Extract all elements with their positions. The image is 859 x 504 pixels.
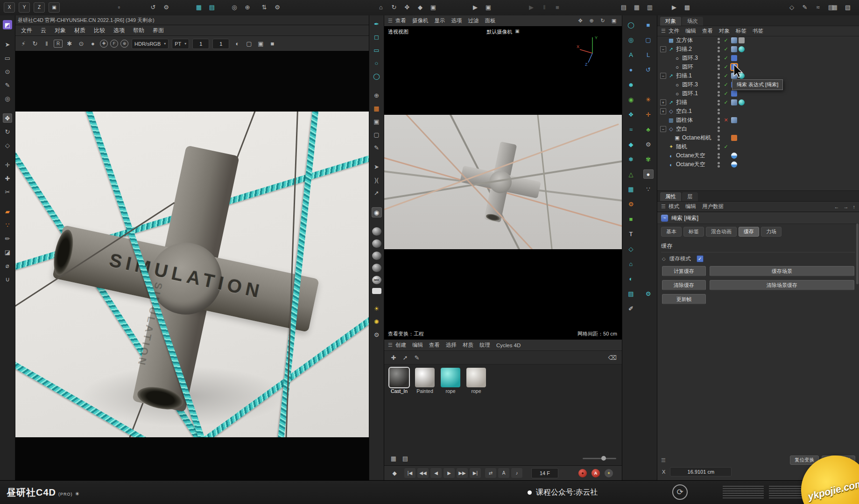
card-material-icon[interactable] [372, 288, 381, 294]
send-scene-icon[interactable]: ⚡ [19, 39, 28, 49]
material-thumbnail[interactable] [415, 368, 435, 387]
forward-arrow-icon[interactable]: → [844, 204, 849, 210]
rotate-tool-icon[interactable]: ↻ [3, 127, 12, 136]
object-name[interactable]: 圆环.3 [682, 81, 698, 89]
enable-toggle[interactable]: ✓ [722, 82, 730, 88]
phong-tag-icon[interactable] [731, 37, 737, 43]
object-row-圆柱体[interactable]: ▥圆柱体✕ [657, 116, 859, 125]
undo-icon[interactable]: ↺ [148, 2, 158, 12]
menu-编辑[interactable]: 编辑 [412, 342, 423, 349]
menu-纹理[interactable]: 纹理 [479, 342, 490, 349]
up-arrow-icon[interactable]: ↑ [853, 204, 856, 210]
quantize-icon[interactable]: ▤ [207, 2, 217, 12]
scale-tool-icon[interactable]: ◇ [3, 140, 12, 150]
tab-场次[interactable]: 场次 [682, 17, 703, 26]
freeze-icon[interactable]: ▣ [372, 117, 381, 126]
autokey-record-icon[interactable]: A [591, 469, 600, 477]
enable-toggle[interactable]: ✕ [722, 117, 730, 123]
blue-tag-icon[interactable] [731, 91, 737, 97]
settings-gear-icon[interactable]: ⚙ [162, 2, 171, 12]
sound-icon[interactable]: ♪ [511, 468, 522, 478]
import-material-icon[interactable]: ➚ [401, 353, 410, 362]
material-preview-icon[interactable]: ◐ [232, 39, 242, 49]
menu-过滤[interactable]: 过滤 [468, 17, 479, 24]
menu-查看[interactable]: 查看 [429, 342, 440, 349]
attr-tab-混合动画[interactable]: 混合动画 [706, 227, 737, 237]
arrow-up-icon[interactable]: ➤ [372, 162, 381, 171]
frame-all-icon[interactable]: ▣ [429, 2, 438, 12]
object-name[interactable]: 随机 [676, 143, 687, 151]
expand-toggle[interactable]: − [660, 126, 666, 132]
enable-toggle[interactable]: ✓ [722, 64, 730, 70]
object-row-空白.1[interactable]: +◇空白.1 [657, 107, 859, 116]
eye-icon[interactable]: ◎ [626, 35, 636, 44]
phong-tag-icon[interactable] [731, 117, 737, 123]
edit-material-icon[interactable]: ✎ [412, 353, 422, 362]
enable-toggle[interactable]: ✓ [722, 55, 730, 61]
flower-icon[interactable]: ✾ [643, 154, 654, 164]
viewport-home-icon[interactable]: ⌂ [376, 2, 386, 12]
grid-teal-icon[interactable]: ▦ [626, 184, 636, 194]
menu-界面[interactable]: 界面 [153, 27, 164, 35]
pen-icon[interactable]: ✎ [3, 80, 12, 90]
library-icon[interactable]: ▥ [645, 2, 655, 12]
cube-primitive-icon[interactable]: ◻ [372, 32, 381, 42]
burst-light-icon[interactable]: ✺ [372, 317, 381, 326]
cloner-icon[interactable]: ❖ [626, 110, 636, 119]
expand-toggle[interactable]: + [660, 108, 666, 114]
next-frame-icon[interactable]: ▶▶ [457, 468, 468, 478]
sphere-blue-icon[interactable]: ● [626, 65, 636, 74]
visibility-dots[interactable] [715, 162, 722, 168]
object-name[interactable]: 空白.1 [676, 107, 692, 115]
object-name[interactable]: Octane相机 [682, 134, 711, 142]
autokey-mode-icon[interactable]: A [498, 468, 509, 478]
orbit-icon[interactable]: ↻ [389, 2, 399, 12]
delete-material-icon[interactable]: ⌫ [608, 353, 617, 362]
vp-orbit-icon[interactable]: ↻ [598, 17, 607, 25]
head-icon[interactable]: ☻ [626, 80, 636, 89]
vp-maximize-icon[interactable]: ▣ [610, 17, 618, 25]
attr-tab-缓存[interactable]: 缓存 [739, 227, 759, 237]
rect-select-icon[interactable]: ▭ [3, 53, 12, 63]
globe-icon[interactable]: ◐ [626, 274, 636, 283]
frame-icon[interactable]: ▢ [372, 130, 381, 139]
sky-tag-icon[interactable] [731, 153, 737, 159]
material-item[interactable]: Painted [414, 368, 436, 394]
sun-light-icon[interactable]: ☀ [372, 304, 381, 313]
reset-icon[interactable]: R [54, 40, 63, 48]
anim-dot-icon[interactable]: ◇ [662, 256, 666, 261]
update-frame-button[interactable]: 更新帧 [662, 294, 706, 304]
material-thumbnail[interactable] [441, 368, 460, 387]
menu-创建[interactable]: 创建 [395, 342, 406, 349]
menu-对象[interactable]: 对象 [719, 28, 730, 35]
plane-primitive-icon[interactable]: ▭ [372, 45, 381, 55]
camera-toggle-icon[interactable]: ▣ [515, 28, 519, 35]
object-row-随机[interactable]: ✦随机✓ [657, 142, 859, 151]
grid-array-icon[interactable]: ▦ [372, 104, 381, 113]
object-row-圆环.3[interactable]: ○圆环.3✓ [657, 54, 859, 63]
expand-toggle[interactable]: − [660, 46, 666, 52]
gear-orange-icon[interactable]: ⚙ [626, 199, 636, 209]
visibility-dots[interactable] [715, 118, 722, 123]
target-camera-icon[interactable]: ⊕ [372, 91, 381, 100]
object-name[interactable]: Octane天空 [676, 152, 705, 160]
octane-liveviewer-icon[interactable]: ◉ [372, 207, 382, 217]
object-row-Octane天空[interactable]: ◐Octane天空 [657, 151, 859, 160]
text-t-icon[interactable]: T [626, 229, 636, 238]
object-name[interactable]: 扫描.2 [676, 45, 692, 53]
visibility-dots[interactable] [715, 126, 722, 132]
key-selection-icon[interactable]: ✦ [605, 469, 613, 477]
gear-gray-icon[interactable]: ⚙ [643, 140, 654, 149]
camera-settings-icon[interactable]: ▣ [256, 39, 265, 49]
triangle-green-icon[interactable]: △ [626, 169, 636, 179]
magnify-icon[interactable]: ◎ [3, 94, 12, 103]
particle-dots-icon[interactable]: ∵ [3, 220, 12, 230]
material-ball-icon[interactable] [372, 227, 381, 236]
plane-blue-icon[interactable]: ▢ [643, 35, 654, 44]
ball-green-icon[interactable]: ● [643, 169, 654, 179]
select-arrow-icon[interactable]: ➤ [3, 40, 12, 49]
pan-icon[interactable]: ✥ [402, 2, 412, 12]
vp-pan-icon[interactable]: ✥ [576, 17, 584, 25]
menu-对象[interactable]: 对象 [55, 27, 66, 35]
menu-选项[interactable]: 选项 [113, 27, 125, 35]
